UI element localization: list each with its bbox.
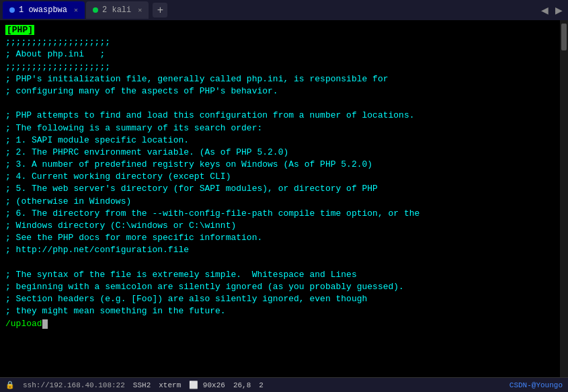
line-10: ; 3. A number of predefined registry key… bbox=[5, 159, 563, 171]
line-5: ; configuring many of the aspects of PHP… bbox=[5, 85, 563, 97]
tab1-close[interactable]: ✕ bbox=[74, 6, 78, 14]
line-12: ; 5. The web server's directory (for SAP… bbox=[5, 183, 563, 195]
tab2-dot bbox=[93, 7, 98, 13]
php-tag-highlight: [PHP] bbox=[5, 25, 34, 35]
line-15: ; Windows directory (C:\windows or C:\wi… bbox=[5, 220, 563, 232]
scrollbar[interactable] bbox=[560, 20, 568, 377]
tab-navigation: ◀ ▶ bbox=[538, 3, 565, 17]
line-17: ; http://php.net/configuration.file bbox=[5, 244, 563, 256]
line-1: ;;;;;;;;;;;;;;;;;;;; bbox=[5, 36, 563, 48]
lock-icon: 🔒 bbox=[5, 381, 15, 389]
dimensions-label: ⬜ 90x26 bbox=[189, 381, 225, 389]
scrollbar-thumb[interactable] bbox=[561, 24, 567, 50]
line-20: ; Section headers (e.g. [Foo]) are also … bbox=[5, 293, 563, 305]
line-2: ; About php.ini ; bbox=[5, 48, 563, 61]
ssh-address: ssh://192.168.40.108:22 bbox=[23, 381, 125, 389]
line-21: ; they might mean something in the futur… bbox=[5, 305, 563, 317]
session-label: 2 bbox=[259, 381, 263, 389]
line-6: ; PHP attempts to find and load this con… bbox=[5, 110, 563, 122]
terminal-type: xterm bbox=[159, 381, 181, 389]
line-blank-2 bbox=[5, 257, 563, 269]
tab-bar: 1 owaspbwa ✕ 2 kali ✕ + ◀ ▶ bbox=[0, 0, 568, 20]
line-13: ; (otherwise in Windows) bbox=[5, 196, 563, 208]
tab-next-button[interactable]: ▶ bbox=[553, 3, 565, 17]
protocol-label: SSH2 bbox=[133, 381, 151, 389]
tab-1-owaspbwa[interactable]: 1 owaspbwa ✕ bbox=[3, 1, 85, 19]
new-tab-button[interactable]: + bbox=[153, 3, 167, 17]
tab1-label: 1 owaspbwa bbox=[19, 5, 67, 15]
watermark-label: CSDN-@Youngo bbox=[510, 381, 563, 389]
line-8: ; 1. SAPI module specific location. bbox=[5, 134, 563, 147]
line-php-tag: [PHP] bbox=[5, 24, 563, 36]
line-4: ; PHP's initialization file, generally c… bbox=[5, 73, 563, 85]
line-19: ; beginning with a semicolon are silentl… bbox=[5, 281, 563, 293]
tab1-dot bbox=[9, 7, 15, 13]
terminal-cursor bbox=[42, 319, 48, 329]
line-3: ;;;;;;;;;;;;;;;;;;;; bbox=[5, 61, 563, 73]
status-bar: 🔒 ssh://192.168.40.108:22 SSH2 xterm ⬜ 9… bbox=[0, 377, 568, 392]
line-11: ; 4. Current working directory (except C… bbox=[5, 171, 563, 183]
tab-2-kali[interactable]: 2 kali ✕ bbox=[86, 1, 149, 19]
line-16: ; See the PHP docs for more specific inf… bbox=[5, 232, 563, 244]
terminal-area[interactable]: [PHP] ;;;;;;;;;;;;;;;;;;;; ; About php.i… bbox=[0, 20, 568, 377]
line-14: ; 6. The directory from the --with-confi… bbox=[5, 208, 563, 220]
tab-prev-button[interactable]: ◀ bbox=[538, 3, 551, 17]
line-7: ; The following is a summary of its sear… bbox=[5, 122, 563, 134]
line-blank-1 bbox=[5, 97, 563, 110]
position-label: 26,8 bbox=[233, 381, 251, 389]
line-prompt: /upload bbox=[5, 318, 563, 330]
line-18: ; The syntax of the file is extremely si… bbox=[5, 269, 563, 281]
tab2-close[interactable]: ✕ bbox=[138, 6, 142, 14]
tab2-label: 2 kali bbox=[102, 5, 131, 15]
terminal-content: [PHP] ;;;;;;;;;;;;;;;;;;;; ; About php.i… bbox=[5, 24, 563, 373]
line-9: ; 2. The PHPRC environment variable. (As… bbox=[5, 147, 563, 159]
